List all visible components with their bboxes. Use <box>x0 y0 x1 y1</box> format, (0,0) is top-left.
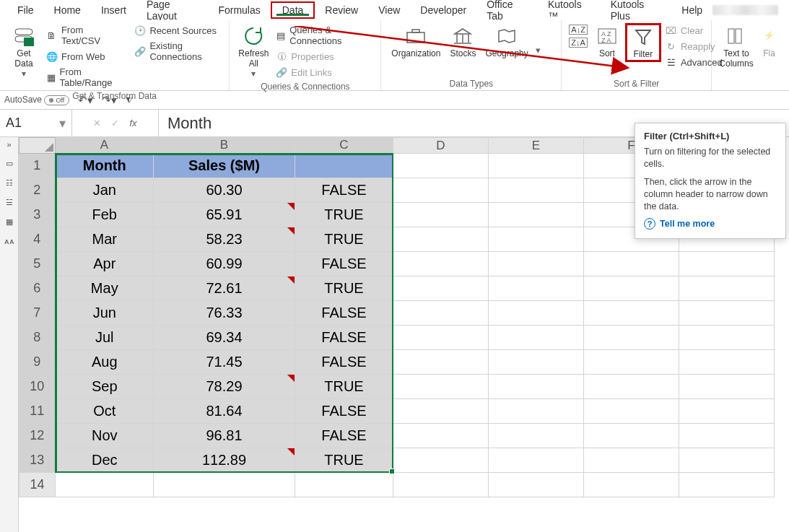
menu-item-view[interactable]: View <box>368 1 410 19</box>
cell-A14[interactable] <box>56 473 154 497</box>
cell-C9[interactable]: FALSE <box>295 350 393 375</box>
cell-D5[interactable] <box>393 252 489 276</box>
organization-button[interactable]: Organization <box>387 23 445 61</box>
cell-B8[interactable]: 69.34 <box>154 326 295 350</box>
cell-G10[interactable] <box>679 375 775 399</box>
row-head-3[interactable]: 3 <box>19 203 56 227</box>
cell-E13[interactable] <box>489 448 584 473</box>
accept-icon[interactable]: ✓ <box>111 118 119 128</box>
cell-B11[interactable]: 81.64 <box>154 399 295 424</box>
cell-D11[interactable] <box>393 399 489 424</box>
queries-connections-button[interactable]: ▤Queries & Connections <box>274 23 375 48</box>
stocks-button[interactable]: Stocks <box>445 23 481 61</box>
cell-B3[interactable]: 65.91 <box>154 203 295 227</box>
row-head-11[interactable]: 11 <box>19 399 56 424</box>
row-head-13[interactable]: 13 <box>19 448 56 473</box>
cell-E14[interactable] <box>489 473 584 497</box>
from-text-csv-button[interactable]: 🗎From Text/CSV <box>45 23 126 48</box>
cell-C5[interactable]: FALSE <box>295 252 393 276</box>
menu-item-review[interactable]: Review <box>315 1 368 19</box>
menu-item-help[interactable]: Help <box>671 1 712 19</box>
cell-A12[interactable]: Nov <box>56 424 154 448</box>
flash-fill-button[interactable]: ⚡ Fla <box>755 23 783 61</box>
cell-G11[interactable] <box>679 399 775 424</box>
cell-F8[interactable] <box>584 326 679 350</box>
cell-D6[interactable] <box>393 276 489 301</box>
filter-button[interactable]: Filter <box>625 23 661 62</box>
cell-A3[interactable]: Feb <box>56 203 154 227</box>
cell-D7[interactable] <box>393 301 489 326</box>
menu-item-developer[interactable]: Developer <box>410 1 476 19</box>
cancel-icon[interactable]: ✕ <box>93 118 101 128</box>
panel-icon[interactable]: ☷ <box>6 178 13 188</box>
menu-item-file[interactable]: File <box>7 1 44 19</box>
col-head-E[interactable]: E <box>489 138 584 154</box>
cell-G7[interactable] <box>679 301 775 326</box>
cell-B13[interactable]: 112.89 <box>154 448 295 473</box>
cell-C2[interactable]: FALSE <box>295 178 393 203</box>
cell-C1[interactable] <box>295 154 393 178</box>
existing-connections-button[interactable]: 🔗Existing Connections <box>133 39 223 64</box>
cell-B14[interactable] <box>154 473 295 497</box>
menu-item-data[interactable]: Data <box>271 1 315 19</box>
cell-B5[interactable]: 60.99 <box>154 252 295 276</box>
sort-az-button[interactable]: A↓Z <box>567 23 589 36</box>
from-web-button[interactable]: 🌐From Web <box>45 49 126 64</box>
cell-C14[interactable] <box>295 473 393 497</box>
cell-A5[interactable]: Apr <box>56 252 154 276</box>
menu-item-formulas[interactable]: Formulas <box>208 1 270 19</box>
cell-B7[interactable]: 76.33 <box>154 301 295 326</box>
cell-A13[interactable]: Dec <box>56 448 154 473</box>
get-data-button[interactable]: Get Data ▾ <box>6 23 42 80</box>
refresh-all-button[interactable]: Refresh All ▾ <box>235 23 271 80</box>
cell-B1[interactable]: Sales ($M) <box>154 154 295 178</box>
cell-E2[interactable] <box>489 178 584 203</box>
cell-E9[interactable] <box>489 350 584 375</box>
sort-button[interactable]: A ZZ A Sort <box>589 23 625 61</box>
cell-A8[interactable]: Jul <box>56 326 154 350</box>
cell-C3[interactable]: TRUE <box>295 203 393 227</box>
datatypes-more-button[interactable]: ▾ <box>533 42 544 58</box>
cell-F5[interactable] <box>584 252 679 276</box>
cell-C12[interactable]: FALSE <box>295 424 393 448</box>
cell-E12[interactable] <box>489 424 584 448</box>
cell-F10[interactable] <box>584 375 679 399</box>
cell-E3[interactable] <box>489 203 584 227</box>
from-table-button[interactable]: ▦From Table/Range <box>45 65 126 90</box>
cell-D10[interactable] <box>393 375 489 399</box>
cell-E1[interactable] <box>489 154 584 178</box>
row-head-12[interactable]: 12 <box>19 424 56 448</box>
row-head-2[interactable]: 2 <box>19 178 56 203</box>
row-head-4[interactable]: 4 <box>19 227 56 252</box>
cell-G8[interactable] <box>679 326 775 350</box>
cell-C11[interactable]: FALSE <box>295 399 393 424</box>
geography-button[interactable]: Geography <box>481 23 532 61</box>
cell-A1[interactable]: Month <box>56 154 154 178</box>
cell-C8[interactable]: FALSE <box>295 326 393 350</box>
cell-F7[interactable] <box>584 301 679 326</box>
cell-A9[interactable]: Aug <box>56 350 154 375</box>
cell-A2[interactable]: Jan <box>56 178 154 203</box>
cell-D13[interactable] <box>393 448 489 473</box>
panel-icon[interactable]: ▭ <box>6 159 13 168</box>
row-head-9[interactable]: 9 <box>19 350 56 375</box>
cell-C4[interactable]: TRUE <box>295 227 393 252</box>
col-head-A[interactable]: A <box>56 138 154 154</box>
cell-E6[interactable] <box>489 276 584 301</box>
cell-G13[interactable] <box>679 448 775 473</box>
cell-F9[interactable] <box>584 350 679 375</box>
cell-E5[interactable] <box>489 252 584 276</box>
col-head-C[interactable]: C <box>295 138 393 154</box>
cell-A7[interactable]: Jun <box>56 301 154 326</box>
cell-C10[interactable]: TRUE <box>295 375 393 399</box>
panel-icon[interactable]: ☱ <box>6 198 13 207</box>
cell-C7[interactable]: FALSE <box>295 301 393 326</box>
menu-item-home[interactable]: Home <box>44 1 91 19</box>
cell-B9[interactable]: 71.45 <box>154 350 295 375</box>
cell-E8[interactable] <box>489 326 584 350</box>
cell-B2[interactable]: 60.30 <box>154 178 295 203</box>
row-head-5[interactable]: 5 <box>19 252 56 276</box>
panel-icon[interactable]: ᴀᴀ <box>4 237 14 246</box>
row-head-7[interactable]: 7 <box>19 301 56 326</box>
cell-A10[interactable]: Sep <box>56 375 154 399</box>
